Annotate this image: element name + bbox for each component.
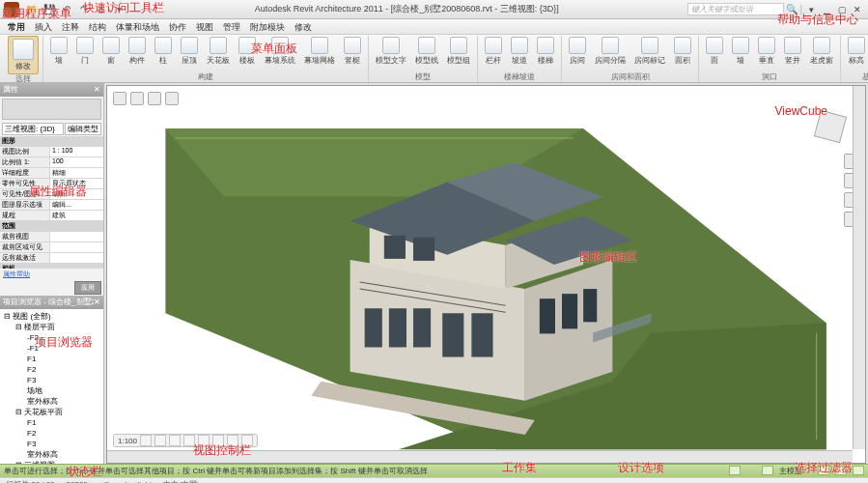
ribbon-button[interactable]: 竖井 bbox=[781, 36, 804, 72]
tree-node[interactable]: ⊟ 三维视图 bbox=[2, 460, 101, 464]
project-tree[interactable]: ⊟ 视图 (全部)⊟ 楼层平面-F2-F1F1F2F3场地室外标高⊟ 天花板平面… bbox=[0, 309, 103, 464]
view-scale[interactable]: 1:100 bbox=[118, 437, 137, 445]
shadow-icon[interactable] bbox=[183, 435, 195, 446]
type-selector[interactable]: 三维视图: {3D} 编辑类型 bbox=[2, 123, 101, 135]
visual-style-icon[interactable] bbox=[154, 435, 166, 446]
ribbon-button[interactable]: 模型组 bbox=[444, 36, 473, 72]
ribbon-button[interactable]: 栏杆 bbox=[482, 36, 505, 72]
close-icon[interactable]: ✕ bbox=[851, 4, 864, 15]
apply-button[interactable]: 应用 bbox=[74, 281, 101, 295]
ribbon-tab[interactable]: 结构 bbox=[89, 19, 106, 34]
tree-node[interactable]: -F1 bbox=[2, 343, 101, 354]
qat-more-icon[interactable]: ▾ bbox=[112, 3, 126, 16]
minimize-icon[interactable]: ▁ bbox=[820, 4, 833, 15]
qat-print-icon[interactable]: ⎙ bbox=[95, 3, 108, 16]
property-row[interactable]: 视图比例1 : 100 bbox=[0, 147, 103, 157]
ribbon-tab[interactable]: 协作 bbox=[169, 19, 186, 34]
viewcube[interactable] bbox=[813, 109, 848, 144]
ribbon-button[interactable]: 窗 bbox=[99, 36, 123, 72]
qat-save-icon[interactable]: 💾 bbox=[42, 3, 56, 16]
ribbon-button[interactable]: 楼板 bbox=[236, 36, 259, 72]
ribbon-tab[interactable]: 插入 bbox=[35, 19, 52, 34]
tree-node[interactable]: 场地 bbox=[2, 385, 101, 396]
property-row[interactable]: 比例值 1:100 bbox=[0, 157, 103, 168]
ribbon-button[interactable]: 构件 bbox=[126, 36, 149, 72]
ribbon-button[interactable]: 墙 bbox=[729, 36, 752, 72]
tree-node[interactable]: F1 bbox=[2, 417, 101, 428]
ribbon-button[interactable]: 垂直 bbox=[755, 36, 778, 72]
ribbon-button[interactable]: 门 bbox=[73, 36, 97, 72]
ribbon-button[interactable]: 老虎窗 bbox=[807, 36, 836, 72]
tree-node[interactable]: F1 bbox=[2, 354, 101, 364]
property-row[interactable]: 可见性/图形...编辑... bbox=[0, 189, 103, 200]
tree-node[interactable]: F2 bbox=[2, 364, 101, 375]
property-row[interactable]: 裁剪区域可见 bbox=[0, 242, 103, 253]
tree-node[interactable]: ⊟ 天花板平面 bbox=[2, 407, 101, 417]
search-icon[interactable]: 🔍 bbox=[786, 4, 798, 14]
ribbon-button[interactable]: 房间标记 bbox=[631, 36, 668, 72]
panel-close-icon[interactable]: ✕ bbox=[94, 83, 100, 97]
design-options-label[interactable]: 主模型 bbox=[779, 466, 802, 476]
ribbon-button[interactable]: 楼梯 bbox=[534, 36, 557, 72]
ribbon-button[interactable]: 柱 bbox=[152, 36, 175, 72]
qat-undo-icon[interactable]: ↶ bbox=[60, 3, 73, 16]
tree-node[interactable]: F3 bbox=[2, 375, 101, 385]
ribbon-button[interactable]: 墙 bbox=[47, 36, 70, 72]
ribbon-tab[interactable]: 体量和场地 bbox=[116, 19, 159, 34]
ribbon-button[interactable]: 天花板 bbox=[204, 36, 233, 72]
property-row[interactable]: 规程建筑 bbox=[0, 211, 103, 221]
project-browser-header[interactable]: 项目浏览器 - 综合楼_别墅20080608.rvt✕ bbox=[0, 296, 103, 309]
properties-header[interactable]: 属性✕ bbox=[0, 83, 103, 97]
workset-icon[interactable] bbox=[729, 466, 741, 475]
tree-node[interactable]: F2 bbox=[2, 428, 101, 439]
help-search-input[interactable]: 键入关键字或短语 bbox=[687, 3, 784, 15]
ribbon-button[interactable]: 房间分隔 bbox=[592, 36, 629, 72]
ribbon-button[interactable]: 修改 bbox=[8, 36, 39, 74]
ribbon-button[interactable]: 模型线 bbox=[412, 36, 441, 72]
nav-steering-icon[interactable] bbox=[165, 92, 179, 105]
selection-filter-icon[interactable] bbox=[818, 466, 829, 475]
ribbon-tab[interactable]: 修改 bbox=[294, 19, 312, 34]
panel-close-icon[interactable]: ✕ bbox=[94, 296, 100, 309]
nav-menu-icon[interactable] bbox=[148, 92, 161, 105]
extra-icon[interactable] bbox=[853, 466, 864, 475]
property-row[interactable]: 详细程度精细 bbox=[0, 168, 103, 179]
lock3d-icon[interactable] bbox=[227, 435, 238, 446]
ribbon-button[interactable]: 幕墙系统 bbox=[262, 36, 298, 72]
tree-node[interactable]: ⊟ 视图 (全部) bbox=[2, 311, 101, 322]
ribbon-button[interactable]: 竖梃 bbox=[341, 36, 364, 72]
ribbon-tab[interactable]: 管理 bbox=[223, 19, 240, 34]
application-menu-button[interactable] bbox=[4, 2, 19, 17]
properties-help-link[interactable]: 属性帮助 bbox=[0, 269, 103, 280]
ribbon-button[interactable]: 房间 bbox=[566, 36, 589, 72]
detail-level-icon[interactable] bbox=[140, 435, 152, 446]
nav-back-icon[interactable] bbox=[113, 92, 126, 105]
ribbon-button[interactable]: 面 bbox=[703, 36, 726, 72]
qat-open-icon[interactable]: 📂 bbox=[25, 3, 39, 16]
tree-node[interactable]: 室外标高 bbox=[2, 396, 101, 407]
ribbon-button[interactable]: 屋顶 bbox=[178, 36, 201, 72]
qat-redo-icon[interactable]: ↷ bbox=[77, 3, 91, 16]
ribbon-tab[interactable]: 注释 bbox=[62, 19, 79, 34]
design-options-icon[interactable] bbox=[762, 466, 773, 475]
ribbon-button[interactable]: 坡道 bbox=[508, 36, 531, 72]
vertical-scrollbar[interactable] bbox=[853, 86, 865, 449]
tree-node[interactable]: 室外标高 bbox=[2, 449, 101, 460]
maximize-icon[interactable]: ▢ bbox=[835, 4, 849, 15]
property-row[interactable]: 裁剪视图 bbox=[0, 232, 103, 242]
ribbon-button[interactable]: 面积 bbox=[671, 36, 694, 72]
temp-hide-icon[interactable] bbox=[241, 435, 253, 446]
crop-icon[interactable] bbox=[198, 435, 210, 446]
tree-node[interactable]: -F2 bbox=[2, 332, 101, 343]
zoom-icon[interactable] bbox=[835, 466, 847, 475]
sun-path-icon[interactable] bbox=[169, 435, 181, 446]
property-row[interactable]: 远剪裁激活 bbox=[0, 253, 103, 264]
crop-region-icon[interactable] bbox=[212, 435, 224, 446]
help-dropdown-icon[interactable]: ▾ bbox=[804, 4, 818, 15]
ribbon-tab[interactable]: 常用 bbox=[8, 19, 25, 34]
property-row[interactable]: 零件可见性显示原状态 bbox=[0, 179, 103, 189]
nav-forward-icon[interactable] bbox=[130, 92, 144, 105]
edit-type-button[interactable]: 编辑类型 bbox=[65, 123, 101, 135]
tree-node[interactable]: F3 bbox=[2, 439, 101, 449]
ribbon-tab[interactable]: 视图 bbox=[196, 19, 213, 34]
